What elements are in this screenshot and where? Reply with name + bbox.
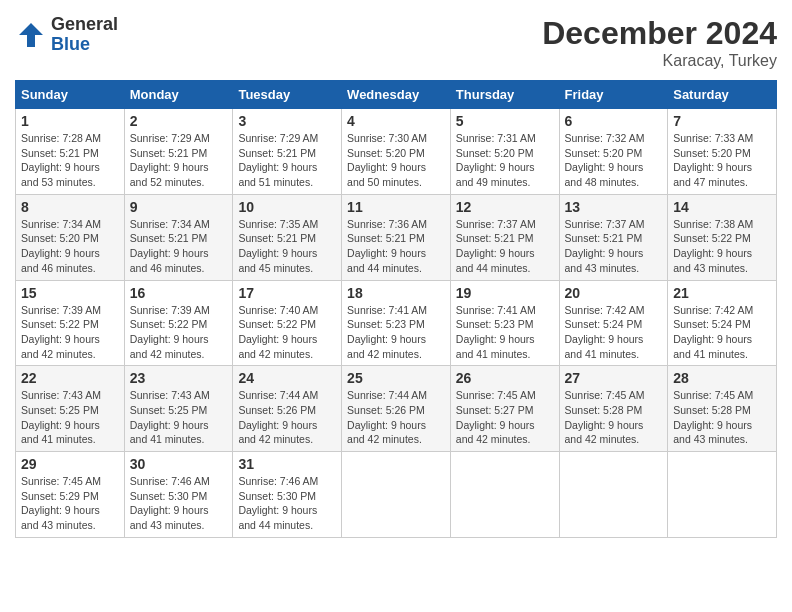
calendar-cell: 17 Sunrise: 7:40 AM Sunset: 5:22 PM Dayl… [233, 280, 342, 366]
day-detail: Sunrise: 7:36 AM Sunset: 5:21 PM Dayligh… [347, 217, 445, 276]
day-number: 7 [673, 113, 771, 129]
day-detail: Sunrise: 7:28 AM Sunset: 5:21 PM Dayligh… [21, 131, 119, 190]
calendar-week-row: 1 Sunrise: 7:28 AM Sunset: 5:21 PM Dayli… [16, 109, 777, 195]
calendar-cell: 31 Sunrise: 7:46 AM Sunset: 5:30 PM Dayl… [233, 452, 342, 538]
calendar-cell: 3 Sunrise: 7:29 AM Sunset: 5:21 PM Dayli… [233, 109, 342, 195]
calendar-cell: 25 Sunrise: 7:44 AM Sunset: 5:26 PM Dayl… [342, 366, 451, 452]
calendar-cell: 10 Sunrise: 7:35 AM Sunset: 5:21 PM Dayl… [233, 194, 342, 280]
logo-general-text: General [51, 14, 118, 34]
calendar-cell: 23 Sunrise: 7:43 AM Sunset: 5:25 PM Dayl… [124, 366, 233, 452]
day-number: 17 [238, 285, 336, 301]
day-detail: Sunrise: 7:46 AM Sunset: 5:30 PM Dayligh… [238, 474, 336, 533]
calendar-week-row: 22 Sunrise: 7:43 AM Sunset: 5:25 PM Dayl… [16, 366, 777, 452]
day-detail: Sunrise: 7:29 AM Sunset: 5:21 PM Dayligh… [130, 131, 228, 190]
day-number: 19 [456, 285, 554, 301]
calendar-cell: 15 Sunrise: 7:39 AM Sunset: 5:22 PM Dayl… [16, 280, 125, 366]
day-number: 16 [130, 285, 228, 301]
calendar-cell: 12 Sunrise: 7:37 AM Sunset: 5:21 PM Dayl… [450, 194, 559, 280]
day-detail: Sunrise: 7:44 AM Sunset: 5:26 PM Dayligh… [347, 388, 445, 447]
day-detail: Sunrise: 7:37 AM Sunset: 5:21 PM Dayligh… [565, 217, 663, 276]
calendar-cell: 22 Sunrise: 7:43 AM Sunset: 5:25 PM Dayl… [16, 366, 125, 452]
day-number: 23 [130, 370, 228, 386]
day-number: 5 [456, 113, 554, 129]
day-detail: Sunrise: 7:46 AM Sunset: 5:30 PM Dayligh… [130, 474, 228, 533]
day-number: 24 [238, 370, 336, 386]
weekday-header: Monday [124, 81, 233, 109]
day-number: 1 [21, 113, 119, 129]
calendar-cell: 21 Sunrise: 7:42 AM Sunset: 5:24 PM Dayl… [668, 280, 777, 366]
day-number: 21 [673, 285, 771, 301]
day-detail: Sunrise: 7:34 AM Sunset: 5:21 PM Dayligh… [130, 217, 228, 276]
day-number: 14 [673, 199, 771, 215]
calendar-cell: 1 Sunrise: 7:28 AM Sunset: 5:21 PM Dayli… [16, 109, 125, 195]
calendar-cell: 7 Sunrise: 7:33 AM Sunset: 5:20 PM Dayli… [668, 109, 777, 195]
calendar-cell: 5 Sunrise: 7:31 AM Sunset: 5:20 PM Dayli… [450, 109, 559, 195]
day-detail: Sunrise: 7:42 AM Sunset: 5:24 PM Dayligh… [565, 303, 663, 362]
calendar-week-row: 8 Sunrise: 7:34 AM Sunset: 5:20 PM Dayli… [16, 194, 777, 280]
calendar-cell: 13 Sunrise: 7:37 AM Sunset: 5:21 PM Dayl… [559, 194, 668, 280]
day-number: 8 [21, 199, 119, 215]
calendar-cell [450, 452, 559, 538]
day-detail: Sunrise: 7:43 AM Sunset: 5:25 PM Dayligh… [130, 388, 228, 447]
day-number: 13 [565, 199, 663, 215]
day-detail: Sunrise: 7:37 AM Sunset: 5:21 PM Dayligh… [456, 217, 554, 276]
day-detail: Sunrise: 7:33 AM Sunset: 5:20 PM Dayligh… [673, 131, 771, 190]
calendar-cell: 19 Sunrise: 7:41 AM Sunset: 5:23 PM Dayl… [450, 280, 559, 366]
day-number: 25 [347, 370, 445, 386]
calendar-cell: 9 Sunrise: 7:34 AM Sunset: 5:21 PM Dayli… [124, 194, 233, 280]
weekday-header: Friday [559, 81, 668, 109]
day-number: 31 [238, 456, 336, 472]
weekday-header: Sunday [16, 81, 125, 109]
calendar-cell: 4 Sunrise: 7:30 AM Sunset: 5:20 PM Dayli… [342, 109, 451, 195]
title-block: December 2024 Karacay, Turkey [542, 15, 777, 70]
day-number: 29 [21, 456, 119, 472]
calendar-cell [668, 452, 777, 538]
day-number: 20 [565, 285, 663, 301]
calendar-cell: 18 Sunrise: 7:41 AM Sunset: 5:23 PM Dayl… [342, 280, 451, 366]
calendar-cell: 6 Sunrise: 7:32 AM Sunset: 5:20 PM Dayli… [559, 109, 668, 195]
calendar-cell: 28 Sunrise: 7:45 AM Sunset: 5:28 PM Dayl… [668, 366, 777, 452]
weekday-header: Thursday [450, 81, 559, 109]
calendar-cell: 24 Sunrise: 7:44 AM Sunset: 5:26 PM Dayl… [233, 366, 342, 452]
weekday-header-row: SundayMondayTuesdayWednesdayThursdayFrid… [16, 81, 777, 109]
calendar-table: SundayMondayTuesdayWednesdayThursdayFrid… [15, 80, 777, 538]
calendar-cell: 14 Sunrise: 7:38 AM Sunset: 5:22 PM Dayl… [668, 194, 777, 280]
day-detail: Sunrise: 7:41 AM Sunset: 5:23 PM Dayligh… [456, 303, 554, 362]
day-number: 26 [456, 370, 554, 386]
day-number: 30 [130, 456, 228, 472]
day-number: 22 [21, 370, 119, 386]
day-detail: Sunrise: 7:42 AM Sunset: 5:24 PM Dayligh… [673, 303, 771, 362]
day-number: 9 [130, 199, 228, 215]
svg-marker-0 [19, 23, 43, 47]
day-detail: Sunrise: 7:45 AM Sunset: 5:28 PM Dayligh… [565, 388, 663, 447]
calendar-cell: 26 Sunrise: 7:45 AM Sunset: 5:27 PM Dayl… [450, 366, 559, 452]
day-number: 12 [456, 199, 554, 215]
day-detail: Sunrise: 7:45 AM Sunset: 5:28 PM Dayligh… [673, 388, 771, 447]
day-detail: Sunrise: 7:30 AM Sunset: 5:20 PM Dayligh… [347, 131, 445, 190]
calendar-cell: 30 Sunrise: 7:46 AM Sunset: 5:30 PM Dayl… [124, 452, 233, 538]
day-detail: Sunrise: 7:45 AM Sunset: 5:29 PM Dayligh… [21, 474, 119, 533]
day-detail: Sunrise: 7:41 AM Sunset: 5:23 PM Dayligh… [347, 303, 445, 362]
calendar-cell [342, 452, 451, 538]
day-number: 11 [347, 199, 445, 215]
calendar-cell: 2 Sunrise: 7:29 AM Sunset: 5:21 PM Dayli… [124, 109, 233, 195]
day-detail: Sunrise: 7:39 AM Sunset: 5:22 PM Dayligh… [130, 303, 228, 362]
day-detail: Sunrise: 7:32 AM Sunset: 5:20 PM Dayligh… [565, 131, 663, 190]
day-detail: Sunrise: 7:31 AM Sunset: 5:20 PM Dayligh… [456, 131, 554, 190]
weekday-header: Tuesday [233, 81, 342, 109]
day-detail: Sunrise: 7:35 AM Sunset: 5:21 PM Dayligh… [238, 217, 336, 276]
day-number: 6 [565, 113, 663, 129]
day-number: 18 [347, 285, 445, 301]
calendar-cell: 20 Sunrise: 7:42 AM Sunset: 5:24 PM Dayl… [559, 280, 668, 366]
page-header: General Blue December 2024 Karacay, Turk… [15, 15, 777, 70]
calendar-cell: 27 Sunrise: 7:45 AM Sunset: 5:28 PM Dayl… [559, 366, 668, 452]
day-number: 4 [347, 113, 445, 129]
day-detail: Sunrise: 7:43 AM Sunset: 5:25 PM Dayligh… [21, 388, 119, 447]
day-number: 3 [238, 113, 336, 129]
calendar-week-row: 29 Sunrise: 7:45 AM Sunset: 5:29 PM Dayl… [16, 452, 777, 538]
logo-blue-text: Blue [51, 34, 90, 54]
calendar-cell: 29 Sunrise: 7:45 AM Sunset: 5:29 PM Dayl… [16, 452, 125, 538]
location: Karacay, Turkey [542, 52, 777, 70]
day-number: 2 [130, 113, 228, 129]
day-detail: Sunrise: 7:39 AM Sunset: 5:22 PM Dayligh… [21, 303, 119, 362]
